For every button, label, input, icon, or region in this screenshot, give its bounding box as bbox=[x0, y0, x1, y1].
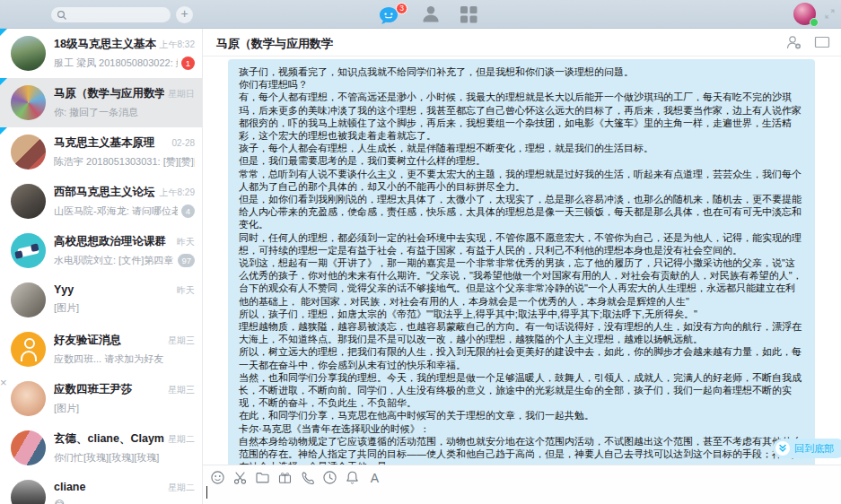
chat-subtitle: 服工 梁凤 2018050803022: 好的 bbox=[54, 56, 178, 70]
back-to-bottom-label: 回到底部 bbox=[794, 442, 834, 456]
chat-title: 应数四班王尹莎 bbox=[54, 382, 164, 397]
chat-time: 昨天 bbox=[177, 236, 195, 248]
online-status-dot bbox=[810, 18, 819, 27]
message-list[interactable]: 孩子们，视频看完了，知识点我就不给同学们补充了，但是我想和你们谈一谈理想的问题。… bbox=[203, 56, 841, 465]
chat-list-item[interactable]: cliane星期二 😂 bbox=[0, 473, 202, 504]
person-add-icon[interactable] bbox=[785, 34, 802, 50]
gift-icon[interactable] bbox=[277, 470, 293, 485]
group-avatar bbox=[11, 233, 46, 268]
chat-time: 星期二 bbox=[168, 482, 195, 494]
text-caret bbox=[206, 486, 207, 499]
group-avatar bbox=[11, 85, 46, 120]
add-button[interactable]: + bbox=[176, 6, 193, 23]
tab-apps[interactable] bbox=[459, 4, 478, 28]
chat-header: 马原（数学与应用数学 bbox=[203, 29, 841, 56]
chat-list-item[interactable]: 西部马克思主义论坛上午8:29 山医马院-邓海龙: 请问哪位老师有...4 bbox=[0, 177, 202, 226]
double-chevron-down-icon bbox=[778, 444, 787, 453]
chat-title: 马克思主义基本原理 bbox=[54, 135, 168, 151]
phone-icon[interactable] bbox=[300, 470, 315, 485]
chat-title: Yyy bbox=[54, 283, 173, 296]
unread-badge: 3 bbox=[396, 3, 407, 14]
chat-time: 上午8:32 bbox=[160, 39, 195, 51]
chat-list-item[interactable]: 高校思想政治理论课群昨天 水电职院刘立: [文件]第四章 社会...97 bbox=[0, 226, 202, 275]
chat-subtitle: [图片] bbox=[54, 402, 195, 415]
chat-time: 昨天 bbox=[177, 284, 195, 297]
chat-list-item[interactable]: 应数四班王尹莎星期三 [图片] bbox=[0, 374, 202, 423]
input-toolbar: A bbox=[210, 470, 382, 485]
pinned-corner-icon bbox=[0, 127, 7, 135]
tab-messages[interactable]: 3 bbox=[378, 5, 403, 27]
chat-pane: 马原（数学与应用数学 孩子们，视频看完了，知识点我就不给同学们补充了，但是我想和… bbox=[202, 29, 841, 504]
chat-title: 马原（数学与应用数学 bbox=[54, 86, 164, 101]
friend-avatar bbox=[11, 282, 46, 317]
chat-time: 星期三 bbox=[168, 335, 195, 347]
chat-list-item-friend-verification[interactable]: 好友验证消息星期三 应数四班... 请求加为好友 bbox=[0, 325, 202, 374]
chat-list-item[interactable]: 马克思主义基本原理02-28 陈浩宇 2018051303031: [赞][赞]… bbox=[0, 127, 202, 177]
chat-title: 好友验证消息 bbox=[54, 333, 164, 348]
chat-subtitle: [图片] bbox=[54, 301, 195, 315]
main-tabs: 3 bbox=[378, 4, 478, 28]
bell-icon[interactable] bbox=[345, 470, 360, 485]
chat-subtitle: 应数四班... 请求加为好友 bbox=[54, 352, 195, 366]
chat-time: 星期二 bbox=[168, 433, 195, 446]
pinned-corner-icon bbox=[0, 29, 7, 36]
group-avatar bbox=[11, 135, 46, 169]
chat-title: 玄德、cliane、Claymore bbox=[54, 431, 164, 447]
top-bar: + 3 bbox=[0, 0, 841, 29]
muted-unread-badge: 97 bbox=[178, 254, 195, 267]
chat-title: cliane bbox=[54, 481, 164, 493]
search-input[interactable] bbox=[51, 7, 171, 22]
chat-subtitle: 山医马院-邓海龙: 请问哪位老师有... bbox=[54, 204, 178, 218]
chat-header-title: 马原（数学与应用数学 bbox=[216, 36, 333, 52]
friend-avatar bbox=[11, 381, 46, 416]
friend-avatar bbox=[11, 480, 46, 504]
chat-title: 18级马克思主义基本原 bbox=[54, 37, 156, 52]
chat-time: 02-28 bbox=[171, 138, 195, 148]
muted-unread-badge: 4 bbox=[181, 204, 195, 218]
window-icon[interactable] bbox=[814, 35, 830, 49]
chat-subtitle: 水电职院刘立: [文件]第四章 社会... bbox=[54, 254, 174, 267]
chat-list-item[interactable]: 玄德、cliane、Claymore星期二 你们忙[玫瑰][玫瑰][玫瑰] bbox=[0, 423, 202, 473]
chat-title: 西部马克思主义论坛 bbox=[54, 185, 156, 200]
chat-time: 星期三 bbox=[168, 384, 195, 396]
chat-time: 星期日 bbox=[168, 88, 195, 100]
chat-subtitle: 你们忙[玫瑰][玫瑰][玫瑰] bbox=[54, 451, 195, 465]
message-bubble: 孩子们，视频看完了，知识点我就不给同学们补充了，但是我想和你们谈一谈理想的问题。… bbox=[228, 59, 815, 465]
emoji-icon[interactable] bbox=[210, 470, 225, 485]
tab-contacts[interactable] bbox=[421, 4, 441, 28]
clock-icon[interactable] bbox=[322, 470, 337, 485]
group-avatar bbox=[11, 430, 46, 465]
chat-list-item-selected[interactable]: 马原（数学与应用数学星期日 你: 撤回了一条消息 bbox=[0, 78, 202, 127]
chat-title: 高校思想政治理论课群 bbox=[54, 234, 173, 249]
search-icon bbox=[57, 10, 67, 21]
grid-icon bbox=[459, 4, 478, 24]
contacts-icon bbox=[421, 4, 441, 24]
group-avatar bbox=[11, 36, 46, 71]
message-input-area[interactable]: A bbox=[203, 465, 841, 504]
unread-badge: 1 bbox=[181, 56, 195, 70]
conversation-list: 18级马克思主义基本原上午8:32 服工 梁凤 2018050803022: 好… bbox=[0, 29, 202, 504]
chat-list-item[interactable]: 18级马克思主义基本原上午8:32 服工 梁凤 2018050803022: 好… bbox=[0, 29, 202, 78]
back-to-bottom-button[interactable]: 回到底部 bbox=[773, 439, 841, 458]
chat-list-item[interactable]: Yyy昨天 [图片] bbox=[0, 275, 202, 325]
chat-time: 上午8:29 bbox=[160, 187, 195, 199]
close-icon[interactable]: × bbox=[0, 376, 7, 389]
chat-subtitle: 陈浩宇 2018051303031: [赞][赞][赞] bbox=[54, 155, 195, 169]
folder-icon[interactable] bbox=[255, 470, 270, 485]
chat-subtitle: 😂 bbox=[54, 499, 195, 504]
chat-subtitle: 你: 撤回了一条消息 bbox=[54, 106, 195, 119]
avatar[interactable] bbox=[793, 3, 816, 25]
pinned-corner-icon bbox=[0, 78, 7, 85]
scissors-icon[interactable] bbox=[232, 470, 248, 485]
person-icon bbox=[11, 332, 46, 367]
group-avatar bbox=[11, 184, 46, 219]
resize-arrows-icon[interactable] bbox=[824, 8, 836, 20]
font-icon[interactable]: A bbox=[367, 470, 382, 485]
qq-window: + 3 bbox=[0, 0, 841, 504]
